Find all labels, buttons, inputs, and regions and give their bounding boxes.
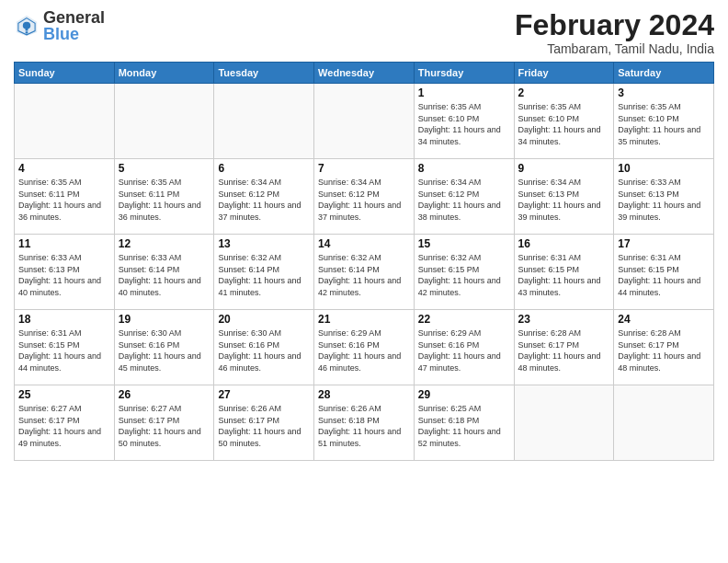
logo-text: General Blue: [43, 9, 105, 42]
calendar-cell: 12Sunrise: 6:33 AMSunset: 6:14 PMDayligh…: [114, 235, 214, 310]
calendar-week-0: 1Sunrise: 6:35 AMSunset: 6:10 PMDaylight…: [15, 84, 714, 159]
calendar-week-3: 18Sunrise: 6:31 AMSunset: 6:15 PMDayligh…: [15, 310, 714, 385]
day-info: Sunrise: 6:29 AMSunset: 6:16 PMDaylight:…: [318, 327, 410, 373]
day-number: 5: [119, 162, 210, 175]
calendar-week-2: 11Sunrise: 6:33 AMSunset: 6:13 PMDayligh…: [15, 235, 714, 310]
calendar-cell: 7Sunrise: 6:34 AMSunset: 6:12 PMDaylight…: [314, 159, 415, 235]
calendar-cell: 17Sunrise: 6:31 AMSunset: 6:15 PMDayligh…: [614, 235, 714, 310]
calendar-cell: [114, 84, 214, 159]
calendar-cell: 5Sunrise: 6:35 AMSunset: 6:11 PMDaylight…: [114, 159, 214, 235]
calendar-cell: [314, 84, 415, 159]
day-number: 17: [618, 237, 710, 250]
day-number: 13: [218, 237, 310, 250]
calendar-cell: 28Sunrise: 6:26 AMSunset: 6:18 PMDayligh…: [314, 385, 415, 461]
weekday-header-monday: Monday: [114, 63, 214, 84]
day-info: Sunrise: 6:26 AMSunset: 6:17 PMDaylight:…: [218, 403, 310, 449]
day-info: Sunrise: 6:35 AMSunset: 6:10 PMDaylight:…: [418, 101, 510, 147]
calendar-table: SundayMondayTuesdayWednesdayThursdayFrid…: [14, 62, 714, 461]
day-info: Sunrise: 6:30 AMSunset: 6:16 PMDaylight:…: [218, 327, 310, 373]
logo-blue-text: Blue: [43, 25, 79, 43]
day-info: Sunrise: 6:31 AMSunset: 6:15 PMDaylight:…: [518, 252, 610, 298]
calendar-cell: 27Sunrise: 6:26 AMSunset: 6:17 PMDayligh…: [214, 385, 314, 461]
calendar-cell: 29Sunrise: 6:25 AMSunset: 6:18 PMDayligh…: [414, 385, 514, 461]
day-info: Sunrise: 6:35 AMSunset: 6:10 PMDaylight:…: [618, 101, 710, 147]
day-number: 16: [518, 237, 610, 250]
day-number: 12: [119, 237, 210, 250]
calendar-cell: 13Sunrise: 6:32 AMSunset: 6:14 PMDayligh…: [214, 235, 314, 310]
calendar-cell: 2Sunrise: 6:35 AMSunset: 6:10 PMDaylight…: [514, 84, 614, 159]
day-number: 10: [618, 162, 710, 175]
svg-rect-2: [26, 31, 28, 33]
logo: General Blue: [14, 9, 105, 42]
day-info: Sunrise: 6:30 AMSunset: 6:16 PMDaylight:…: [119, 327, 210, 373]
day-number: 11: [18, 237, 110, 250]
day-info: Sunrise: 6:28 AMSunset: 6:17 PMDaylight:…: [518, 327, 610, 373]
header: General Blue February 2024 Tambaram, Tam…: [14, 9, 714, 56]
day-number: 6: [218, 162, 310, 175]
day-number: 4: [18, 162, 110, 175]
day-info: Sunrise: 6:32 AMSunset: 6:14 PMDaylight:…: [218, 252, 310, 298]
day-info: Sunrise: 6:34 AMSunset: 6:12 PMDaylight:…: [318, 177, 410, 223]
day-info: Sunrise: 6:29 AMSunset: 6:16 PMDaylight:…: [418, 327, 510, 373]
weekday-header-sunday: Sunday: [15, 63, 115, 84]
weekday-header-wednesday: Wednesday: [314, 63, 415, 84]
day-number: 26: [119, 388, 210, 401]
day-info: Sunrise: 6:27 AMSunset: 6:17 PMDaylight:…: [119, 403, 210, 449]
weekday-header-thursday: Thursday: [414, 63, 514, 84]
logo-icon: [14, 13, 40, 39]
calendar-cell: 23Sunrise: 6:28 AMSunset: 6:17 PMDayligh…: [514, 310, 614, 385]
page: General Blue February 2024 Tambaram, Tam…: [0, 0, 728, 470]
day-info: Sunrise: 6:31 AMSunset: 6:15 PMDaylight:…: [18, 327, 110, 373]
day-number: 24: [618, 313, 710, 326]
day-number: 20: [218, 313, 310, 326]
day-info: Sunrise: 6:27 AMSunset: 6:17 PMDaylight:…: [18, 403, 110, 449]
day-number: 25: [18, 388, 110, 401]
calendar-cell: 21Sunrise: 6:29 AMSunset: 6:16 PMDayligh…: [314, 310, 415, 385]
calendar-title: February 2024: [515, 9, 714, 41]
day-number: 27: [218, 388, 310, 401]
day-number: 22: [418, 313, 510, 326]
day-number: 28: [318, 388, 410, 401]
day-info: Sunrise: 6:35 AMSunset: 6:11 PMDaylight:…: [119, 177, 210, 223]
calendar-cell: 24Sunrise: 6:28 AMSunset: 6:17 PMDayligh…: [614, 310, 714, 385]
calendar-cell: 26Sunrise: 6:27 AMSunset: 6:17 PMDayligh…: [114, 385, 214, 461]
title-block: February 2024 Tambaram, Tamil Nadu, Indi…: [515, 9, 714, 56]
calendar-cell: 3Sunrise: 6:35 AMSunset: 6:10 PMDaylight…: [614, 84, 714, 159]
calendar-cell: 25Sunrise: 6:27 AMSunset: 6:17 PMDayligh…: [15, 385, 115, 461]
day-info: Sunrise: 6:31 AMSunset: 6:15 PMDaylight:…: [618, 252, 710, 298]
calendar-cell: 15Sunrise: 6:32 AMSunset: 6:15 PMDayligh…: [414, 235, 514, 310]
weekday-header-row: SundayMondayTuesdayWednesdayThursdayFrid…: [15, 63, 714, 84]
day-number: 23: [518, 313, 610, 326]
day-info: Sunrise: 6:32 AMSunset: 6:14 PMDaylight:…: [318, 252, 410, 298]
weekday-header-tuesday: Tuesday: [214, 63, 314, 84]
weekday-header-friday: Friday: [514, 63, 614, 84]
calendar-cell: 10Sunrise: 6:33 AMSunset: 6:13 PMDayligh…: [614, 159, 714, 235]
day-info: Sunrise: 6:26 AMSunset: 6:18 PMDaylight:…: [318, 403, 410, 449]
day-number: 18: [18, 313, 110, 326]
calendar-cell: 22Sunrise: 6:29 AMSunset: 6:16 PMDayligh…: [414, 310, 514, 385]
day-info: Sunrise: 6:34 AMSunset: 6:12 PMDaylight:…: [418, 177, 510, 223]
day-info: Sunrise: 6:35 AMSunset: 6:11 PMDaylight:…: [18, 177, 110, 223]
day-number: 1: [418, 86, 510, 99]
day-number: 14: [318, 237, 410, 250]
day-number: 29: [418, 388, 510, 401]
day-number: 15: [418, 237, 510, 250]
day-info: Sunrise: 6:35 AMSunset: 6:10 PMDaylight:…: [518, 101, 610, 147]
calendar-cell: 18Sunrise: 6:31 AMSunset: 6:15 PMDayligh…: [15, 310, 115, 385]
day-number: 19: [119, 313, 210, 326]
calendar-cell: [514, 385, 614, 461]
day-number: 3: [618, 86, 710, 99]
day-info: Sunrise: 6:34 AMSunset: 6:13 PMDaylight:…: [518, 177, 610, 223]
weekday-header-saturday: Saturday: [614, 63, 714, 84]
calendar-cell: 9Sunrise: 6:34 AMSunset: 6:13 PMDaylight…: [514, 159, 614, 235]
calendar-cell: 1Sunrise: 6:35 AMSunset: 6:10 PMDaylight…: [414, 84, 514, 159]
calendar-cell: 20Sunrise: 6:30 AMSunset: 6:16 PMDayligh…: [214, 310, 314, 385]
calendar-cell: [15, 84, 115, 159]
calendar-cell: 4Sunrise: 6:35 AMSunset: 6:11 PMDaylight…: [15, 159, 115, 235]
calendar-cell: 14Sunrise: 6:32 AMSunset: 6:14 PMDayligh…: [314, 235, 415, 310]
day-info: Sunrise: 6:33 AMSunset: 6:14 PMDaylight:…: [119, 252, 210, 298]
day-number: 7: [318, 162, 410, 175]
calendar-week-1: 4Sunrise: 6:35 AMSunset: 6:11 PMDaylight…: [15, 159, 714, 235]
logo-general-text: General: [43, 8, 105, 27]
day-info: Sunrise: 6:25 AMSunset: 6:18 PMDaylight:…: [418, 403, 510, 449]
